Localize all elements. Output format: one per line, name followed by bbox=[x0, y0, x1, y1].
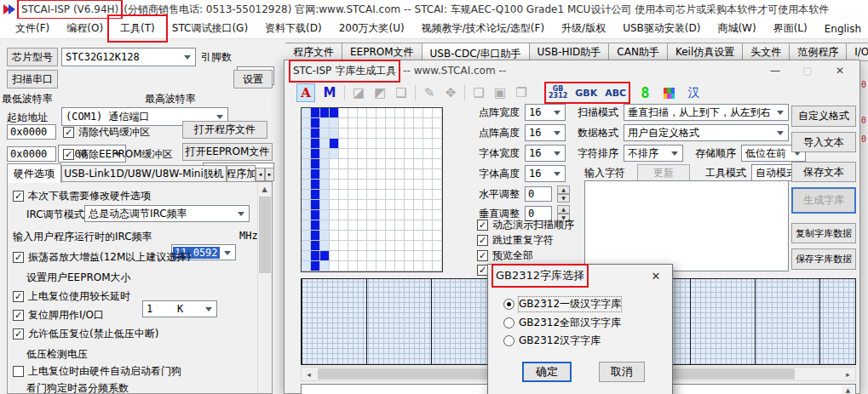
glyph-cell[interactable] bbox=[311, 190, 320, 200]
glyph-cell[interactable] bbox=[386, 261, 395, 271]
glyph-cell[interactable] bbox=[302, 128, 311, 139]
glyph-cell[interactable] bbox=[395, 128, 405, 139]
glyph-cell[interactable] bbox=[395, 118, 405, 128]
reset-pin-io-row[interactable]: 复位脚用作I/O口 bbox=[13, 308, 104, 323]
tab-hardware-options[interactable]: 硬件选项 bbox=[7, 163, 61, 183]
glyph-cell[interactable] bbox=[433, 118, 442, 128]
glyph-cell[interactable] bbox=[348, 261, 358, 271]
glyph-cell[interactable] bbox=[405, 108, 414, 118]
glyph-cell[interactable] bbox=[311, 251, 320, 261]
main-tab[interactable]: 头文件 bbox=[743, 43, 790, 61]
glyph-cell[interactable] bbox=[358, 118, 367, 128]
glyph-cell[interactable] bbox=[423, 159, 433, 169]
glyph-cell[interactable] bbox=[433, 231, 442, 241]
glyph-cell[interactable] bbox=[311, 220, 320, 231]
lvr-enable-checkbox[interactable] bbox=[13, 328, 24, 340]
glyph-cell[interactable] bbox=[320, 220, 330, 231]
glyph-cell[interactable] bbox=[433, 220, 442, 231]
glyph-cell[interactable] bbox=[330, 220, 339, 231]
glyph-cell[interactable] bbox=[348, 159, 358, 169]
glyph-cell[interactable] bbox=[386, 180, 395, 190]
glyph-cell[interactable] bbox=[367, 190, 377, 200]
glyph-cell[interactable] bbox=[423, 128, 433, 139]
glyph-cell[interactable] bbox=[386, 149, 395, 159]
glyph-cell[interactable] bbox=[405, 149, 414, 159]
menu-item[interactable]: STC调试接口(G) bbox=[164, 19, 256, 38]
clear-code-checkbox-row[interactable]: 清除代码缓冲区 bbox=[63, 125, 150, 140]
glyph-cell[interactable] bbox=[377, 128, 386, 139]
glyph-cell[interactable] bbox=[358, 261, 367, 271]
glyph-cell[interactable] bbox=[330, 251, 339, 261]
glyph-cell[interactable] bbox=[339, 139, 348, 149]
glyph-cell[interactable] bbox=[386, 128, 395, 139]
input-chars-textarea[interactable] bbox=[584, 180, 789, 271]
clear-eeprom-checkbox[interactable] bbox=[63, 149, 74, 160]
generate-font-button[interactable]: 生成字库 bbox=[791, 187, 856, 214]
glyph-cell[interactable] bbox=[320, 261, 330, 271]
open-eeprom-file-button[interactable]: 打开EEPROM文件 bbox=[182, 143, 273, 161]
glyph-cell[interactable] bbox=[377, 220, 386, 231]
glyph-cell[interactable] bbox=[433, 159, 442, 169]
glyph-cell[interactable] bbox=[377, 200, 386, 210]
stamp-icon[interactable]: ❑ bbox=[394, 85, 409, 100]
glyph-cell[interactable] bbox=[320, 108, 330, 118]
glyph-cell[interactable] bbox=[339, 241, 348, 251]
glyph-cell[interactable] bbox=[339, 118, 348, 128]
glyph-cell[interactable] bbox=[433, 251, 442, 261]
glyph-cell[interactable] bbox=[414, 159, 423, 169]
glyph-cell[interactable] bbox=[377, 210, 386, 220]
clear-code-checkbox[interactable] bbox=[63, 127, 74, 138]
glyph-cell[interactable] bbox=[405, 210, 414, 220]
tab-scroll-left-button[interactable]: ◂ bbox=[256, 168, 265, 181]
glyph-cell[interactable] bbox=[330, 169, 339, 180]
custom-format-button[interactable]: 自定义格式 bbox=[791, 106, 856, 127]
glyph-cell[interactable] bbox=[302, 200, 311, 210]
glyph-cell[interactable] bbox=[311, 180, 320, 190]
glyph-cell[interactable] bbox=[302, 169, 311, 180]
glyph-cell[interactable] bbox=[367, 231, 377, 241]
glyph-cell[interactable] bbox=[348, 180, 358, 190]
glyph-cell[interactable] bbox=[302, 251, 311, 261]
glyph-cell[interactable] bbox=[311, 231, 320, 241]
glyph-cell[interactable] bbox=[386, 200, 395, 210]
glyph-cell[interactable] bbox=[433, 241, 442, 251]
long-por-delay-checkbox[interactable] bbox=[13, 291, 24, 302]
glyph-cell[interactable] bbox=[330, 180, 339, 190]
menu-item[interactable]: 视频教学/技术论坛/选型(F) bbox=[413, 19, 553, 38]
glyph-cell[interactable] bbox=[433, 149, 442, 159]
glyph-cell[interactable] bbox=[367, 220, 377, 231]
glyph-cell[interactable] bbox=[311, 210, 320, 220]
glyph-cell[interactable] bbox=[377, 108, 386, 118]
glyph-cell[interactable] bbox=[348, 210, 358, 220]
horizontal-adjust-stepper[interactable]: ▲▼ bbox=[557, 186, 570, 203]
dialog-close-icon[interactable]: ✕ bbox=[641, 265, 670, 287]
skip-duplicate-checkbox[interactable] bbox=[477, 235, 488, 246]
move-icon[interactable]: ✥ bbox=[443, 85, 458, 100]
wdt-auto-start-row[interactable]: 上电复位时由硬件自动启动看门狗 bbox=[13, 364, 181, 379]
glyph-cell[interactable] bbox=[405, 241, 414, 251]
glyph-cell[interactable] bbox=[348, 118, 358, 128]
scrollbar-thumb[interactable] bbox=[259, 197, 271, 273]
dot-width-select[interactable]: 16 bbox=[525, 104, 566, 121]
han-character-icon[interactable]: 汉 bbox=[687, 85, 699, 100]
glyph-cell[interactable] bbox=[302, 139, 311, 149]
glyph-cell[interactable] bbox=[302, 149, 311, 159]
menu-item[interactable]: 界面(L) bbox=[765, 19, 816, 38]
glyph-cell[interactable] bbox=[433, 169, 442, 180]
glyph-cell[interactable] bbox=[386, 241, 395, 251]
glyph-cell[interactable] bbox=[395, 190, 405, 200]
glyph-cell[interactable] bbox=[377, 180, 386, 190]
glyph-cell[interactable] bbox=[302, 220, 311, 231]
hardware-panel-scrollbar[interactable]: ▲ bbox=[257, 183, 271, 392]
glyph-cell[interactable] bbox=[311, 149, 320, 159]
glyph-cell[interactable] bbox=[367, 200, 377, 210]
glyph-cell[interactable] bbox=[405, 261, 414, 271]
glyph-cell[interactable] bbox=[348, 149, 358, 159]
glyph-cell[interactable] bbox=[311, 118, 320, 128]
glyph-cell[interactable] bbox=[367, 251, 377, 261]
glyph-cell[interactable] bbox=[302, 159, 311, 169]
horizontal-adjust-input[interactable] bbox=[525, 186, 552, 202]
pencil-icon[interactable]: ✎ bbox=[422, 85, 437, 100]
glyph-cell[interactable] bbox=[377, 190, 386, 200]
glyph-cell[interactable] bbox=[330, 159, 339, 169]
